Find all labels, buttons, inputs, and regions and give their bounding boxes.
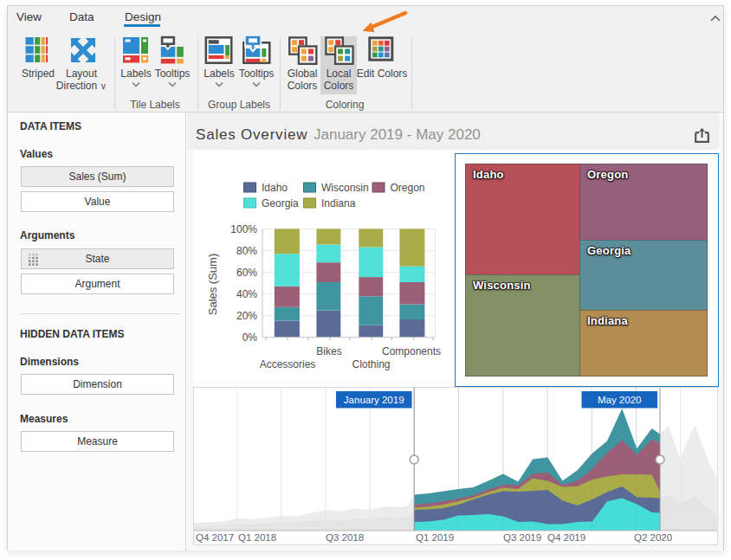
svg-text:Q3 2018: Q3 2018 — [326, 532, 364, 543]
svg-text:Oregon: Oregon — [391, 182, 425, 194]
svg-text:Bikes: Bikes — [316, 345, 341, 357]
svg-text:Indiana: Indiana — [321, 197, 356, 209]
svg-text:Idaho: Idaho — [262, 182, 288, 194]
svg-text:Q1 2018: Q1 2018 — [238, 532, 276, 543]
svg-text:20%: 20% — [236, 310, 257, 322]
svg-text:100%: 100% — [230, 223, 257, 235]
svg-text:80%: 80% — [236, 245, 257, 257]
svg-text:Q3 2019: Q3 2019 — [503, 532, 541, 543]
svg-text:Components: Components — [382, 345, 441, 357]
svg-text:Q2 2020: Q2 2020 — [634, 532, 672, 543]
svg-text:Q4 2017: Q4 2017 — [196, 532, 234, 543]
svg-text:Sales (Sum): Sales (Sum) — [206, 254, 219, 316]
svg-text:40%: 40% — [236, 288, 257, 300]
svg-text:0%: 0% — [243, 331, 258, 344]
svg-text:January 2019: January 2019 — [344, 394, 404, 404]
svg-text:Georgia: Georgia — [262, 197, 299, 209]
svg-text:Q4 2019: Q4 2019 — [547, 532, 585, 543]
svg-text:Clothing: Clothing — [352, 358, 390, 370]
svg-text:Q1 2019: Q1 2019 — [416, 532, 454, 543]
svg-text:Accessories: Accessories — [260, 358, 316, 370]
svg-text:May 2020: May 2020 — [598, 394, 642, 404]
svg-text:60%: 60% — [236, 267, 257, 279]
svg-text:Wisconsin: Wisconsin — [321, 182, 369, 194]
